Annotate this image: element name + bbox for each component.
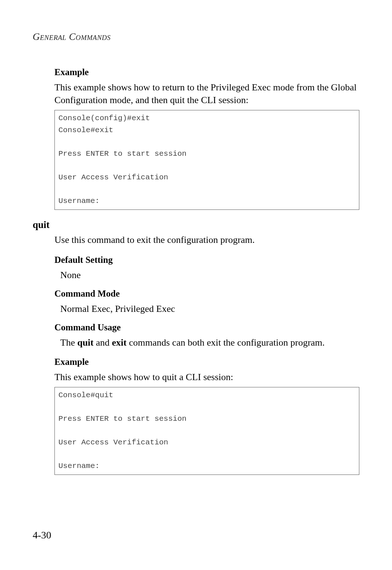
usage-mid: and — [94, 337, 112, 348]
section-exit-example: Example This example shows how to return… — [33, 67, 359, 210]
value-command-usage: The quit and exit commands can both exit… — [54, 336, 359, 349]
usage-pre: The — [60, 337, 77, 348]
example-text-1: This example shows how to return to the … — [54, 81, 359, 106]
quit-description: Use this command to exit the configurati… — [54, 233, 359, 246]
label-command-usage: Command Usage — [54, 322, 359, 333]
code-block-quit: Console#quit Press ENTER to start sessio… — [54, 387, 359, 475]
section-quit: Use this command to exit the configurati… — [33, 233, 359, 475]
label-example-1: Example — [54, 67, 359, 77]
value-default-setting: None — [54, 269, 359, 281]
value-command-mode: Normal Exec, Privileged Exec — [54, 302, 359, 315]
page-number: 4-30 — [33, 529, 51, 541]
code-block-exit: Console(config)#exit Console#exit Press … — [54, 110, 359, 209]
example-text-2: This example shows how to quit a CLI ses… — [54, 371, 359, 383]
label-command-mode: Command Mode — [54, 289, 359, 299]
page-header: General Commands — [33, 31, 359, 42]
usage-keyword-exit: exit — [112, 337, 126, 348]
label-example-2: Example — [54, 357, 359, 367]
usage-keyword-quit: quit — [77, 337, 94, 348]
usage-post: commands can both exit the configuration… — [127, 337, 325, 348]
command-title-quit: quit — [33, 219, 359, 231]
label-default-setting: Default Setting — [54, 255, 359, 265]
